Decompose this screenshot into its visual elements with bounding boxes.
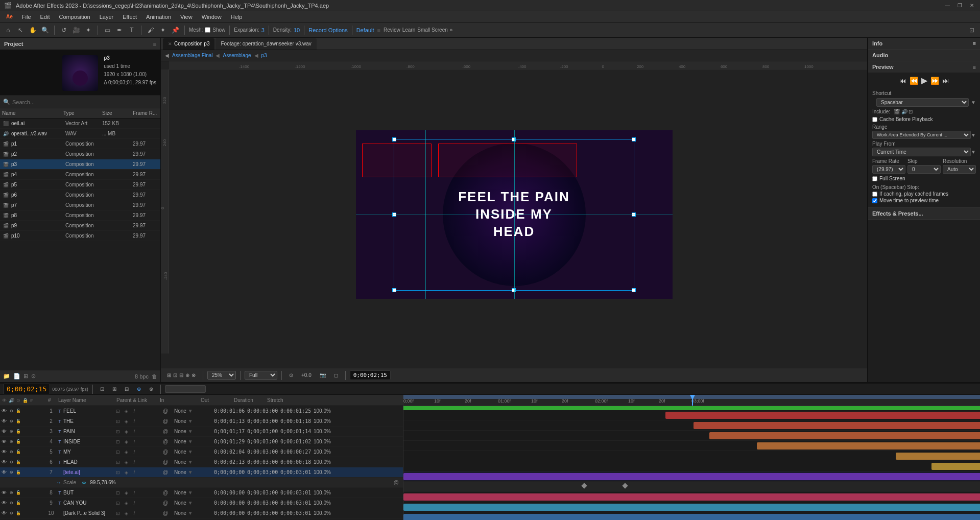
sw3-8[interactable]: / — [131, 490, 138, 495]
rotate-tool[interactable]: ↺ — [59, 25, 69, 35]
audio-icon[interactable]: 🔊 — [901, 109, 907, 114]
solo-icon-9[interactable]: ⊙ — [8, 501, 14, 505]
skip-to-end-button[interactable]: ⏭ — [942, 77, 949, 85]
track-bar-2[interactable] — [694, 422, 980, 429]
layer-row-5[interactable]: 👁 ⊙ 🔓 5 T MY ⊡ ◈ / @ None ▼ 0;00;02;04 0… — [0, 447, 403, 457]
menu-file[interactable]: File — [18, 13, 35, 21]
sw3-5[interactable]: / — [131, 450, 138, 455]
play-from-select[interactable]: Current Time — [872, 148, 971, 156]
track-bar-3[interactable] — [709, 432, 980, 439]
zoom-select[interactable]: 25% 50% 100% — [207, 371, 236, 380]
keyframe-diamond-2[interactable] — [622, 483, 628, 488]
parent-select-8[interactable]: None — [174, 490, 186, 495]
tab-composition-p3[interactable]: ✕ Composition p3 — [163, 38, 214, 50]
breadcrumb-assemblage-final[interactable]: Assemblage Final — [172, 53, 212, 58]
sel-handle-tr[interactable] — [632, 137, 636, 141]
audio-section-header[interactable]: Audio — [868, 50, 980, 61]
visibility-icon-3[interactable]: 👁 — [1, 429, 7, 434]
play-prev-frame-button[interactable]: ⏪ — [910, 77, 918, 85]
visibility-icon-2[interactable]: 👁 — [1, 418, 7, 424]
delete-icon[interactable]: 🗑 — [152, 373, 157, 380]
lock-icon-3[interactable]: 🔓 — [15, 429, 21, 434]
layer-name-1[interactable]: FEEL — [63, 408, 114, 414]
search-replace-icon[interactable]: ⊙ — [31, 373, 36, 380]
sw3-1[interactable]: / — [131, 409, 138, 414]
project-item-p4[interactable]: 🎬 p4 Composition 29.97 — [0, 170, 160, 180]
layer-name-2[interactable]: THE — [63, 418, 114, 424]
sw3-4[interactable]: / — [131, 439, 138, 444]
sw1-3[interactable]: ⊡ — [114, 429, 122, 434]
project-item-p9[interactable]: 🎬 p9 Composition 29.97 — [0, 221, 160, 231]
layer-name-6[interactable]: HEAD — [63, 459, 114, 465]
layer-name-3[interactable]: PAIN — [63, 429, 114, 434]
visibility-icon-6[interactable]: 👁 — [1, 459, 7, 465]
project-item-p3[interactable]: 🎬 p3 Composition 29.97 — [0, 159, 160, 170]
tab-close-comp[interactable]: ✕ — [168, 41, 172, 46]
visibility-icon-4[interactable]: 👁 — [1, 439, 7, 444]
menu-help[interactable]: Help — [227, 13, 247, 21]
learn-label[interactable]: Learn — [402, 27, 416, 33]
sw3-10[interactable]: / — [131, 511, 138, 516]
solo-icon-2[interactable]: ⊙ — [8, 419, 14, 423]
track-bar-8[interactable] — [403, 493, 980, 501]
layer-name-5[interactable]: MY — [63, 449, 114, 455]
home-icon[interactable]: ⌂ — [3, 25, 13, 35]
play-next-frame-button[interactable]: ⏩ — [930, 77, 939, 85]
sw1-9[interactable]: ⊡ — [114, 501, 122, 506]
sw2-8[interactable]: ◈ — [123, 490, 130, 495]
lock-icon-6[interactable]: 🔓 — [15, 460, 21, 464]
lock-icon-2[interactable]: 🔓 — [15, 419, 21, 423]
sel-handle-tl[interactable] — [392, 137, 396, 141]
solo-icon-10[interactable]: ⊙ — [8, 511, 14, 515]
review-label[interactable]: Review — [384, 27, 400, 33]
visibility-icon-8[interactable]: 👁 — [1, 490, 7, 495]
layer-name-4[interactable]: INSIDE — [63, 439, 114, 444]
video-icon[interactable]: 🎬 — [894, 109, 900, 114]
layer-name-10[interactable]: [Dark P...e Solid 3] — [63, 510, 114, 516]
project-item-p7[interactable]: 🎬 p7 Composition 29.97 — [0, 200, 160, 210]
minimize-button[interactable]: — — [943, 2, 951, 10]
menu-edit[interactable]: Edit — [36, 13, 54, 21]
tl-graphs-icon[interactable]: ⊞ — [109, 385, 119, 394]
rect-tool[interactable]: ▭ — [102, 25, 112, 35]
breadcrumb-left-icon[interactable]: ◀ — [165, 53, 169, 58]
project-item-p1[interactable]: 🎬 p1 Composition 29.97 — [0, 139, 160, 149]
brush-tool[interactable]: 🖌 — [146, 25, 156, 35]
menu-animation[interactable]: Animation — [142, 13, 175, 21]
menu-view[interactable]: View — [176, 13, 197, 21]
sw1-4[interactable]: ⊡ — [114, 439, 122, 444]
layer-row-7[interactable]: 👁 ⊙ 🔓 7 [tete.ai] ⊡ ◈ / @ None ▼ 0;00;00… — [0, 467, 403, 478]
parent-select-6[interactable]: None — [174, 459, 186, 465]
new-folder-icon[interactable]: 📁 — [3, 373, 10, 380]
lock-icon-1[interactable]: 🔓 — [15, 409, 21, 413]
pen-tool[interactable]: ✒ — [114, 25, 125, 35]
camera-tool[interactable]: 🎥 — [71, 25, 81, 35]
menu-layer[interactable]: Layer — [95, 13, 118, 21]
tab-footage[interactable]: Footage: operation_dawnseeker v3.wav — [216, 38, 316, 50]
timeline-search-input[interactable] — [165, 385, 206, 393]
timeline-ruler[interactable]: 0;00f 10f 20f 01;00f 10f 20f 02;00f 10f … — [403, 395, 980, 406]
sw1-2[interactable]: ⊡ — [114, 419, 122, 424]
sw2-2[interactable]: ◈ — [123, 419, 130, 424]
layer-row-2[interactable]: 👁 ⊙ 🔓 2 T THE ⊡ ◈ / @ None ▼ 0;00;01;13 … — [0, 416, 403, 427]
sw2-4[interactable]: ◈ — [123, 439, 130, 444]
zoom-tool[interactable]: 🔍 — [40, 25, 50, 35]
parent-select-4[interactable]: None — [174, 439, 186, 444]
layer-row-8[interactable]: 👁 ⊙ 🔓 8 T BUT ⊡ ◈ / @ None ▼ 0;00;00;00 … — [0, 488, 403, 498]
exposure-icon[interactable]: +0.0 — [298, 371, 315, 379]
track-bar-5[interactable] — [896, 453, 980, 460]
workspace-default[interactable]: Default — [356, 27, 374, 33]
lock-icon-8[interactable]: 🔓 — [15, 490, 21, 495]
project-item-operati---v3-wav[interactable]: 🔊 operati...v3.wav WAV ... MB — [0, 129, 160, 139]
parent-select-1[interactable]: None — [174, 408, 186, 414]
sw2-9[interactable]: ◈ — [123, 501, 130, 506]
sw1-8[interactable]: ⊡ — [114, 490, 122, 495]
close-button[interactable]: ✕ — [968, 2, 976, 10]
visibility-icon-7[interactable]: 👁 — [1, 469, 7, 475]
project-item-oeil-ai[interactable]: ⬛ oeil.ai Vector Art 152 KB — [0, 119, 160, 129]
visibility-icon-10[interactable]: 👁 — [1, 510, 7, 516]
range-select[interactable]: Work Area Extended By Current ... — [872, 131, 971, 139]
track-bar-1[interactable] — [665, 412, 980, 419]
select-tool[interactable]: ↖ — [15, 25, 26, 35]
sw1-10[interactable]: ⊡ — [114, 511, 122, 516]
